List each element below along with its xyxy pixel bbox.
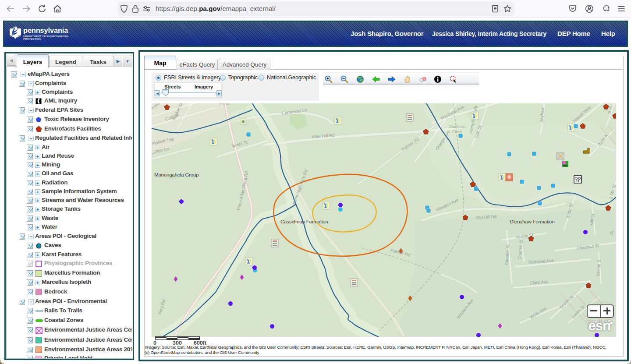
svg-text:Glenshaw Formation: Glenshaw Formation xyxy=(510,219,555,224)
svg-text:Casselman Formation: Casselman Formation xyxy=(280,219,328,224)
svg-text:Di: Di xyxy=(609,230,614,235)
svg-text:Field: Field xyxy=(452,129,461,134)
svg-text:Clarkson: Clarkson xyxy=(449,124,466,129)
svg-text:Mill St: Mill St xyxy=(589,214,595,226)
svg-text:Monongahela Group: Monongahela Group xyxy=(154,172,199,177)
svg-text:Penn: Penn xyxy=(220,103,230,106)
